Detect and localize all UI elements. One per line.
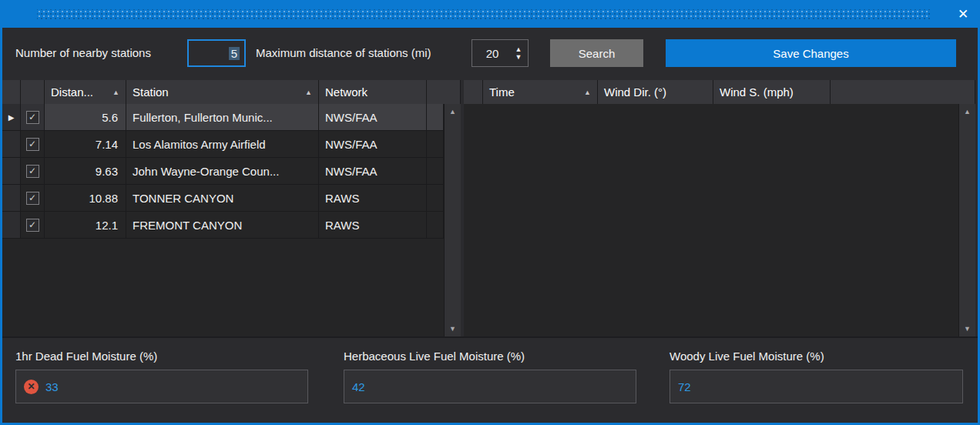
dead-fuel-field: 1hr Dead Fuel Moisture (%) ✕ 33	[15, 338, 308, 403]
network-cell: NWS/FAA	[319, 158, 427, 185]
filler-column-header	[831, 80, 975, 104]
toolbar: Number of nearby stations 5 Maximum dist…	[2, 28, 978, 78]
table-row[interactable]: ✓12.1FREMONT CANYONRAWS	[2, 212, 444, 239]
close-icon: ✕	[958, 6, 968, 22]
dead-fuel-label: 1hr Dead Fuel Moisture (%)	[15, 350, 308, 363]
column-label: Wind Dir. (°)	[604, 85, 666, 99]
station-checkbox[interactable]: ✓	[26, 111, 39, 124]
network-cell: NWS/FAA	[319, 104, 427, 131]
filler-cell	[427, 158, 444, 185]
search-button[interactable]: Search	[550, 39, 643, 67]
table-row[interactable]: ✓7.14Los Alamitos Army AirfieldNWS/FAA	[2, 131, 444, 158]
table-row[interactable]: ▶✓5.6Fullerton, Fullerton Munic...NWS/FA…	[2, 104, 444, 131]
max-distance-value: 20	[472, 40, 509, 66]
dead-fuel-input[interactable]: ✕ 33	[15, 370, 308, 403]
row-header-cell	[2, 131, 21, 158]
checkbox-cell: ✓	[21, 185, 45, 212]
distance-cell: 10.88	[45, 185, 126, 212]
column-header-distance[interactable]: Distan... ▲	[45, 80, 126, 104]
column-header-station[interactable]: Station ▲	[126, 80, 319, 104]
woody-fuel-label: Woody Live Fuel Moisture (%)	[670, 350, 963, 363]
station-checkbox[interactable]: ✓	[26, 219, 39, 232]
station-checkbox[interactable]: ✓	[26, 192, 39, 205]
max-distance-label: Maximum distance of stations (mi)	[256, 28, 431, 78]
row-header-cell	[2, 158, 21, 185]
sort-asc-icon: ▲	[300, 89, 312, 96]
herbaceous-fuel-value: 42	[352, 380, 365, 393]
network-cell: NWS/FAA	[319, 131, 427, 158]
checkbox-cell: ✓	[21, 104, 45, 131]
fuel-moisture-panel: 1hr Dead Fuel Moisture (%) ✕ 33 Herbaceo…	[2, 336, 978, 423]
row-header-cell	[2, 185, 21, 212]
nearby-stations-label: Number of nearby stations	[15, 28, 151, 78]
station-cell: TONNER CANYON	[126, 185, 319, 212]
station-checkbox[interactable]: ✓	[26, 165, 39, 178]
row-header-column	[464, 80, 483, 104]
nearby-stations-input[interactable]: 5	[187, 39, 246, 67]
column-label: Time	[489, 85, 515, 99]
sort-asc-icon: ▲	[579, 89, 591, 96]
scroll-down-icon[interactable]: ▼	[964, 325, 971, 333]
close-button[interactable]: ✕	[949, 2, 977, 25]
station-cell: FREMONT CANYON	[126, 212, 319, 239]
dead-fuel-value: 33	[45, 380, 59, 393]
filler-cell	[427, 104, 444, 131]
table-row[interactable]: ✓9.63John Wayne-Orange Coun...NWS/FAA	[2, 158, 444, 185]
herbaceous-fuel-label: Herbaceous Live Fuel Moisture (%)	[344, 350, 636, 363]
woody-fuel-input[interactable]: 72	[670, 370, 963, 403]
observations-grid-header: Time ▲ Wind Dir. (°) Wind S. (mph)	[464, 80, 975, 104]
herbaceous-fuel-field: Herbaceous Live Fuel Moisture (%) 42	[344, 338, 636, 403]
station-cell: John Wayne-Orange Coun...	[126, 158, 319, 185]
observations-grid-scrollbar[interactable]: ▲ ▼	[958, 104, 975, 336]
column-header-wind-dir[interactable]: Wind Dir. (°)	[598, 80, 713, 104]
sort-asc-icon: ▲	[108, 89, 119, 96]
stations-grid-body: ▶✓5.6Fullerton, Fullerton Munic...NWS/FA…	[2, 104, 444, 239]
scroll-up-icon[interactable]: ▲	[449, 108, 456, 115]
checkbox-cell: ✓	[21, 158, 45, 185]
herbaceous-fuel-input[interactable]: 42	[344, 370, 636, 403]
network-cell: RAWS	[319, 185, 427, 212]
woody-fuel-value: 72	[678, 380, 691, 393]
distance-cell: 12.1	[45, 212, 126, 239]
stations-grid: Distan... ▲ Station ▲ Network ▶✓5.6Fulle…	[2, 80, 461, 336]
table-row[interactable]: ✓10.88TONNER CANYONRAWS	[2, 185, 444, 212]
distance-cell: 7.14	[45, 131, 126, 158]
stepper-arrows: ▲ ▼	[509, 40, 528, 66]
window-border-left	[0, 28, 2, 425]
scroll-up-icon[interactable]: ▲	[964, 108, 971, 115]
row-header-cell	[2, 212, 21, 239]
stations-grid-scrollbar[interactable]: ▲ ▼	[444, 104, 461, 336]
woody-fuel-field: Woody Live Fuel Moisture (%) 72	[670, 338, 963, 403]
column-label: Distan...	[51, 85, 93, 99]
checkbox-column-header	[21, 80, 45, 104]
station-cell: Fullerton, Fullerton Munic...	[126, 104, 319, 131]
validation-error-icon: ✕	[24, 380, 39, 394]
stepper-down-icon[interactable]: ▼	[515, 53, 522, 61]
column-label: Network	[325, 85, 368, 99]
nearby-stations-value: 5	[229, 47, 240, 60]
titlebar[interactable]: ✕	[0, 0, 980, 28]
column-header-wind-speed[interactable]: Wind S. (mph)	[713, 80, 831, 104]
station-checkbox[interactable]: ✓	[26, 138, 39, 151]
distance-cell: 9.63	[45, 158, 126, 185]
filler-column-header	[427, 80, 461, 104]
filler-cell	[427, 131, 444, 158]
stepper-up-icon[interactable]: ▲	[515, 45, 522, 53]
column-label: Station	[133, 85, 169, 99]
row-header-column	[2, 80, 21, 104]
observations-grid: Time ▲ Wind Dir. (°) Wind S. (mph) ▲ ▼	[464, 80, 975, 336]
filler-cell	[427, 212, 444, 239]
column-label: Wind S. (mph)	[720, 85, 794, 99]
station-cell: Los Alamitos Army Airfield	[126, 131, 319, 158]
distance-cell: 5.6	[45, 104, 126, 131]
column-header-network[interactable]: Network	[319, 80, 427, 104]
stations-grid-header: Distan... ▲ Station ▲ Network	[2, 80, 461, 104]
save-changes-button[interactable]: Save Changes	[666, 39, 956, 67]
max-distance-stepper[interactable]: 20 ▲ ▼	[472, 39, 529, 67]
column-header-time[interactable]: Time ▲	[483, 80, 598, 104]
network-cell: RAWS	[319, 212, 427, 239]
filler-cell	[427, 185, 444, 212]
checkbox-cell: ✓	[21, 212, 45, 239]
titlebar-grip	[37, 9, 931, 19]
scroll-down-icon[interactable]: ▼	[449, 325, 456, 333]
